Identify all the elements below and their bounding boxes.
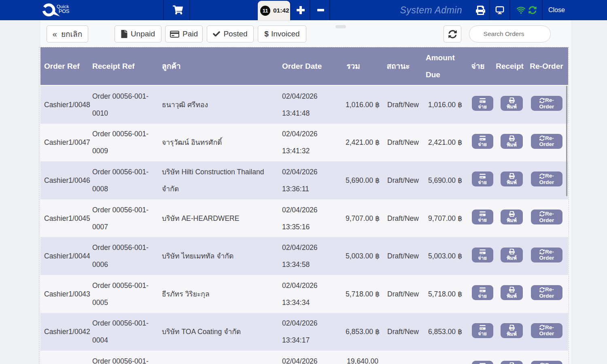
refresh-icon [539,211,545,216]
printer-icon [509,173,515,179]
remove-tab-button[interactable] [317,9,324,11]
col-header-order-ref[interactable]: Order Ref [40,47,89,85]
col-header-reorder[interactable]: Re-Order [523,47,568,85]
col-header-total[interactable]: รวม [345,47,380,85]
col-header-status[interactable]: สถานะ [380,47,426,85]
cell-order-date: 02/04/2026 [280,351,345,364]
col-header-receipt[interactable]: Receipt [500,47,523,85]
refresh-orders-button[interactable] [444,25,461,42]
cart-button[interactable] [173,5,183,16]
pay-button[interactable]: จ่าย [472,285,493,300]
pay-button[interactable]: จ่าย [472,96,493,111]
cell-order-date-line: 13:34:34 [282,294,345,311]
cell-order-date-line: 13:34:17 [282,332,345,349]
search-input[interactable] [469,25,551,42]
order-ref-text: Cashier1/0044 [44,248,89,265]
cell-order-date-line: 02/04/2026 [282,277,345,294]
print-button[interactable] [476,0,485,20]
monitor-icon [495,6,504,15]
cell-order-date-line: 02/04/2026 [282,163,345,180]
cell-reorder: Re-Order [523,199,568,237]
reorder-button[interactable]: Re-Order [531,210,562,224]
reorder-button[interactable]: Re-Order [531,96,562,111]
pay-button[interactable]: จ่าย [472,248,493,262]
order-ref-text [44,361,89,364]
order-row[interactable]: Cashier1/0042Order 00056-001-0004บริษัท … [40,313,568,351]
order-row[interactable]: Order 00056-001-02/04/202619,640.00จ่ายพ… [40,351,568,364]
tabs-scrollbar-thumb[interactable] [335,25,346,28]
print-receipt-button[interactable]: พิมพ์ [501,96,523,111]
cell-status: Draft/New [380,86,426,124]
col-header-receipt-ref[interactable]: Receipt Ref [89,47,159,85]
refresh-icon [539,135,545,141]
pay-button-label: จ่าย [478,256,487,261]
print-receipt-button[interactable]: พิมพ์ [501,210,523,224]
order-row[interactable]: Cashier1/0043Order 00056-001-0005ธีรภัทร… [40,275,568,313]
reorder-button[interactable]: Re-Order [531,171,562,186]
cell-pay: จ่าย [465,351,500,364]
print-receipt-button[interactable]: พิมพ์ [501,361,523,364]
print-receipt-button[interactable]: พิมพ์ [501,285,523,300]
add-tab-button[interactable] [297,6,305,14]
order-row[interactable]: Cashier1/0045Order 00056-001-0007บริษัท … [40,199,568,237]
filter-unpaid-button[interactable]: Unpaid [115,25,161,42]
cell-receipt-ref-line: Order 00056-001- [92,88,159,105]
cell-customer-line: บริษัท Hilti Construction Thailand [162,163,280,180]
print-receipt-button[interactable]: พิมพ์ [501,248,523,262]
cell-receipt-ref-line: Order 00056-001- [92,277,159,294]
order-row[interactable]: Cashier1/0048Order 00056-001-0010ธนาวุฒิ… [40,86,568,124]
print-receipt-button[interactable]: พิมพ์ [501,134,523,149]
cancel-button[interactable]: «ยกเลิก [47,25,88,42]
reorder-button[interactable]: Re-Order [531,323,562,338]
pay-button[interactable]: จ่าย [472,361,493,364]
reorder-button[interactable]: Re-Order [531,285,562,300]
table-scrollbar-thumb[interactable] [566,86,567,196]
col-header-amount-due[interactable]: Amount Due [426,47,465,85]
cell-reorder: Re-Order [523,237,568,275]
display-button[interactable] [495,0,504,20]
cell-order-date: 02/04/202613:34:17 [280,313,345,351]
order-row[interactable]: Cashier1/0044Order 00056-001-0006บริษัท … [40,237,568,275]
sync-button[interactable] [528,0,537,20]
cell-order-date: 02/04/202613:34:34 [280,275,345,313]
cell-amount-due-line: 5,718.00 ฿ [428,286,462,303]
col-header-customer[interactable]: ลูกค้า [159,47,280,85]
cell-receipt-ref: Order 00056-001-0010 [89,86,159,124]
print-receipt-button[interactable]: พิมพ์ [501,171,523,186]
pay-button[interactable]: จ่าย [472,134,493,149]
reorder-label-line2: Order [539,142,554,147]
order-row[interactable]: Cashier1/0047Order 00056-001-0009จารุวัฒ… [40,124,568,162]
print-receipt-button[interactable]: พิมพ์ [501,323,523,338]
pay-button[interactable]: จ่าย [472,210,493,224]
print-button-label: พิมพ์ [507,256,517,261]
order-row[interactable]: Cashier1/0046Order 00056-001-0008บริษัท … [40,161,568,199]
pay-button[interactable]: จ่าย [472,323,493,338]
cell-customer-line: จำกัด [162,180,280,197]
cell-amount-due: 5,718.00 ฿ [426,275,465,313]
order-ref-text: Cashier1/0042 [44,323,89,340]
pay-button[interactable]: จ่าย [472,171,493,186]
cell-amount-due: 5,690.00 ฿ [426,161,465,199]
close-button[interactable]: Close [548,0,565,20]
col-header-pay[interactable]: จ่าย [465,47,500,85]
network-status-button[interactable] [517,0,525,20]
credit-card-icon [479,325,486,330]
printer-icon [509,362,515,364]
filter-paid-button[interactable]: Paid [165,25,203,42]
print-button-label: พิมพ์ [507,142,517,148]
cell-receipt: พิมพ์ [500,161,523,199]
order-tab[interactable]: 11 01:42 [258,1,290,20]
cell-reorder: Re-Order [523,124,568,162]
filter-invoiced-button[interactable]: $ Invoiced [258,25,306,42]
cell-order-ref: Cashier1/0046 [40,161,89,199]
col-header-order-date[interactable]: Order Date [280,47,345,85]
cell-receipt: พิมพ์ [500,86,523,124]
bar-separator [163,0,164,20]
cell-pay: จ่าย [465,124,500,162]
filter-posted-button[interactable]: Posted [207,25,254,42]
cancel-label: ยกเลิก [61,28,82,40]
reorder-button[interactable]: Re-Order [531,134,562,149]
reorder-button[interactable]: Re-Order [531,361,562,364]
cell-receipt-ref-line: 0004 [92,332,159,349]
reorder-button[interactable]: Re-Order [531,248,562,262]
